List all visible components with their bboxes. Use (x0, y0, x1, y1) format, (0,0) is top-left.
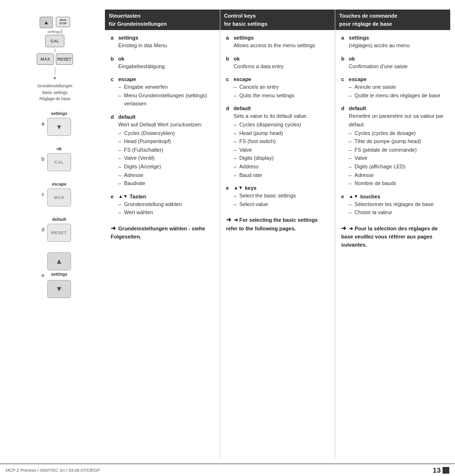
col-german-title2: für Grundeinstellungen (109, 20, 216, 28)
col-german-title1: Steuertasten (109, 12, 216, 20)
french-c-body: Annule une saisie Quitte le menu des rég… (341, 83, 445, 100)
german-d-title: default (118, 114, 135, 120)
french-d-title: default (349, 105, 366, 111)
label-escape: escape (52, 182, 67, 186)
footer-left-text: MCP-Z Process / ISMATEC SA / 03.08.07/CB… (6, 468, 100, 473)
english-section-a: a settings Allows access to the menu set… (226, 35, 330, 50)
french-d-list-5: Adresse (349, 171, 445, 180)
letter-e: e (39, 272, 44, 278)
german-arrow-section: ➜ Grundeinstellungen wählen - siehe Folg… (111, 224, 214, 241)
english-arrow-text: ➜ For selecting the basic settings refer… (226, 217, 318, 231)
main-content: ▲ RUNSTOP settings CAL (0, 0, 455, 464)
german-e-arrows: ▲▼ (118, 194, 128, 199)
english-d-text: Sets a value to its default value: (234, 112, 330, 121)
english-c-title: escape (234, 76, 251, 82)
label-default: default (52, 217, 66, 222)
french-arrow-text: ➜ Pour la sélection des réglages de base… (341, 226, 437, 248)
french-e-list-1: Choisir la valeur (349, 208, 445, 217)
german-a-text: Einstieg in das Menu (118, 42, 167, 48)
french-a-body: (réglages) accès au menu (341, 41, 445, 50)
run-stop-button[interactable]: RUNSTOP (56, 17, 70, 27)
english-b-text: Confirms a data entry (234, 63, 284, 69)
french-d-list-1: Tête de pompe (pump head) (349, 137, 445, 146)
english-b-title: ok (234, 56, 240, 62)
down-arrow-button[interactable]: ▼ (47, 280, 71, 298)
french-d-list-6: Nombre de bauds (349, 179, 445, 188)
german-d-list-3: Valve (Ventil) (118, 154, 214, 163)
german-d-letter: d (111, 114, 116, 120)
english-d-body: Sets a value to its default value: Cycle… (226, 112, 330, 179)
german-d-text: Wert auf Default Wert zurücksetzen: (118, 121, 214, 129)
german-arrow-text: Grundeinstellungen wählen - siehe Folges… (111, 226, 205, 240)
page-block-icon (443, 467, 449, 474)
german-d-list-1: Head (Pumpenkopf) (118, 137, 214, 146)
french-d-body: Remettre un paramètre sur sa valeur par … (341, 112, 445, 187)
french-c-title: escape (349, 76, 366, 82)
col-french-title2: pour réglage de base (339, 20, 446, 28)
english-d-list-6: Baud rate (234, 171, 330, 180)
french-d-list-2: FS (pédale de commande) (349, 146, 445, 155)
english-c-list-0: Cancels an entry (234, 83, 330, 92)
up-arrow-button[interactable]: ▲ (47, 252, 71, 270)
german-b-letter: b (111, 56, 116, 62)
german-b-text: Eingabebestätigung (118, 63, 165, 69)
page-num: 13 (433, 466, 441, 474)
german-a-letter: a (111, 35, 116, 41)
max-button[interactable]: MAX (37, 53, 54, 65)
arrow-up-button[interactable]: ▲ (40, 17, 53, 28)
letter-c: c (39, 191, 44, 197)
english-section-b: b ok Confirms a data entry (226, 56, 330, 71)
ok-cal-button[interactable]: CAL (47, 153, 71, 171)
label-settings-a: settings (51, 111, 68, 116)
english-arrow-section: ➜ ➜ For selecting the basic settings ref… (226, 215, 330, 232)
english-d-list-0: Cycles (dispensing cycles) (234, 121, 330, 129)
german-c-body: Eingabe verwerfen Menu Grundeinstellunge… (111, 83, 214, 108)
french-d-text: Remettre un paramètre sur sa valeur par … (349, 112, 445, 129)
french-c-letter: c (341, 76, 347, 82)
reset-button[interactable]: RESET (56, 53, 73, 65)
english-d-list-1: Head (pump head) (234, 129, 330, 138)
french-e-list-0: Sélectionner les réglages de base (349, 200, 445, 209)
french-e-arrows: ▲▼ (349, 194, 358, 199)
french-section-e: e ▲▼ touches Sélectionner les réglages d… (341, 194, 445, 217)
left-item-b: b ok CAL (39, 146, 71, 171)
french-c-list-0: Annule une saisie (349, 83, 445, 92)
german-c-letter: c (111, 76, 116, 82)
settings-down-button[interactable]: ▼ (47, 118, 71, 136)
english-d-title: default (234, 105, 251, 111)
french-section-c: c escape Annule une saisie Quitte le men… (341, 76, 445, 100)
english-section-d: d default Sets a value to its default va… (226, 105, 330, 179)
german-section-b: b ok Eingabebestätigung (111, 56, 214, 71)
default-reset-button[interactable]: RESET (47, 224, 71, 242)
col-english-title1: Control keys (224, 12, 331, 20)
left-item-c: c escape MAX (39, 182, 71, 207)
english-c-letter: c (226, 76, 232, 82)
german-a-title: settings (118, 35, 138, 41)
english-e-list-0: Select the basic settings (234, 192, 330, 200)
escape-max-button[interactable]: MAX (47, 188, 71, 207)
english-c-body: Cancels an entry Quits the menu settings (226, 83, 330, 100)
label-fr: Réglage de base (40, 96, 70, 101)
english-arrow-char: ➜ (226, 216, 231, 223)
german-d-list-6: Baudrate (118, 179, 214, 188)
col-english: Control keys for basic settings a settin… (220, 10, 335, 459)
french-arrow-char: ➜ (341, 225, 346, 232)
footer-page-number: 13 (433, 466, 449, 474)
col-french: Touches de commande pour réglage de base… (335, 10, 450, 459)
french-section-b: b ok Confirmation d'une saisie (341, 56, 445, 71)
left-item-a: a settings ▼ (39, 111, 71, 136)
english-b-letter: b (226, 56, 232, 62)
french-d-letter: d (341, 105, 347, 111)
french-c-list-1: Quitte le menu des réglages de base (349, 92, 445, 100)
english-d-list-3: Valve (234, 146, 330, 155)
german-b-title: ok (118, 56, 124, 62)
english-e-arrows: ▲▼ (234, 185, 243, 191)
letter-b: b (39, 156, 44, 162)
french-a-text: (réglages) accès au menu (349, 42, 409, 48)
english-e-list-1: Select-value (234, 200, 330, 209)
cal-button[interactable]: CAL (45, 35, 64, 47)
letter-a: a (39, 121, 44, 126)
english-d-list-5: Address (234, 163, 330, 171)
french-arrow-section: ➜ ➜ Pour la sélection des réglages de ba… (341, 224, 445, 249)
german-arrow-char: ➜ (111, 225, 116, 232)
